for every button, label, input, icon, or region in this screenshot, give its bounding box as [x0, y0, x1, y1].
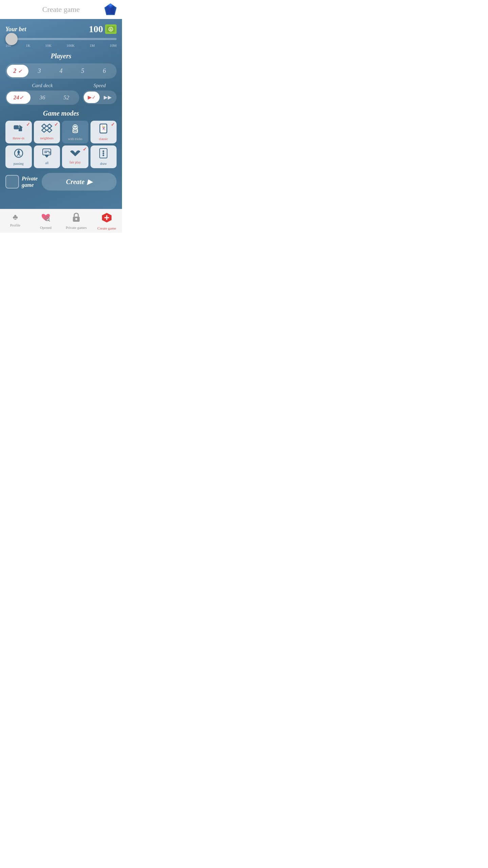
speed-label: Speed	[83, 83, 117, 88]
fair-play-icon	[69, 148, 81, 159]
bet-value: 100	[89, 24, 103, 35]
player-option-5[interactable]: 5	[72, 65, 94, 77]
mode-throw-in-check: ✓	[26, 122, 30, 127]
svg-point-34	[103, 155, 104, 156]
svg-point-20	[74, 128, 74, 129]
draw-icon	[99, 148, 107, 160]
mode-classic-label: classic	[99, 137, 108, 141]
player-option-2[interactable]: 2 ✓	[7, 65, 28, 77]
mode-draw[interactable]: draw	[90, 145, 117, 168]
svg-rect-11	[19, 128, 22, 131]
nav-opened-label: Opened	[40, 225, 52, 230]
slider-labels: 100 1K 10K 100K 1M 10M	[5, 43, 117, 47]
speed-selector: ▶✓ ▶▶	[83, 91, 117, 104]
deck-label: Card deck	[5, 83, 79, 88]
main-content: Your bet 100 $ 100 1K 10K 100K 1M 10M	[0, 19, 122, 209]
mode-neighbors-label: neighbors	[40, 136, 54, 140]
speed-section: Speed ▶✓ ▶▶	[83, 83, 117, 104]
create-button-label: Create	[66, 178, 84, 186]
svg-marker-15	[42, 128, 46, 132]
svg-marker-16	[47, 128, 52, 132]
create-button-icon: ▶	[87, 178, 92, 186]
mode-with-tricks[interactable]: with tricks	[62, 121, 88, 143]
mode-throw-in-label: throw-in	[13, 136, 24, 140]
game-modes-title: Game modes	[5, 110, 117, 117]
bet-value-row: 100 $	[89, 24, 117, 35]
mode-classic[interactable]: ✓ 🃏 classic	[90, 121, 117, 143]
deck-option-24[interactable]: 24✓	[6, 92, 30, 104]
mode-passing-label: passing	[14, 162, 24, 165]
nav-opened[interactable]: Opened	[30, 209, 61, 233]
private-games-icon	[72, 213, 81, 224]
throw-in-icon	[13, 123, 24, 135]
player-option-6[interactable]: 6	[94, 65, 115, 77]
deck-option-52[interactable]: 52	[54, 92, 78, 104]
mode-all[interactable]: all	[34, 145, 60, 168]
game-modes-grid: ✓ throw-in ✓ neighb	[5, 121, 117, 168]
mode-fair-play[interactable]: ✓ fair play	[62, 145, 88, 168]
bet-slider[interactable]: 100 1K 10K 100K 1M 10M	[5, 38, 117, 47]
private-game-section: Private game	[5, 175, 38, 189]
slider-track	[5, 38, 117, 40]
players-selector: 2 ✓ 3 4 5 6	[5, 63, 117, 79]
passing-icon	[14, 148, 24, 160]
mode-classic-check: ✓	[111, 122, 115, 127]
private-game-label: Private game	[22, 175, 38, 188]
create-button[interactable]: Create ▶	[42, 173, 117, 191]
nav-private-games-label: Private games	[66, 225, 87, 230]
nav-profile-label: Profile	[10, 223, 20, 227]
nav-create-game[interactable]: Create game	[92, 209, 122, 233]
bet-label: Your bet	[5, 26, 26, 33]
bottom-nav: ♣ Profile Opened Private games	[0, 209, 122, 233]
player-option-3[interactable]: 3	[28, 65, 50, 77]
nav-private-games[interactable]: Private games	[61, 209, 92, 233]
mode-throw-in[interactable]: ✓ throw-in	[5, 121, 32, 143]
gem-icon	[104, 3, 117, 16]
page-title: Create game	[42, 5, 80, 14]
classic-icon: 🃏	[99, 123, 107, 136]
mode-draw-label: draw	[100, 162, 107, 165]
svg-rect-9	[14, 125, 19, 129]
deck-speed-row: Card deck 24✓ 36 52 Speed ▶✓ ▶▶	[5, 83, 117, 105]
svg-point-39	[75, 218, 77, 220]
deck-section: Card deck 24✓ 36 52	[5, 83, 79, 105]
svg-marker-12	[42, 124, 46, 128]
all-icon	[42, 148, 52, 160]
mode-all-label: all	[45, 161, 48, 165]
svg-point-32	[103, 151, 104, 152]
nav-profile[interactable]: ♣ Profile	[0, 209, 30, 233]
svg-marker-27	[44, 155, 49, 158]
deck-selector: 24✓ 36 52	[5, 91, 79, 105]
player-option-4[interactable]: 4	[50, 65, 72, 77]
mode-neighbors-check: ✓	[54, 122, 58, 127]
svg-point-33	[103, 153, 104, 154]
mode-fair-play-label: fair play	[69, 160, 81, 164]
speed-option-normal[interactable]: ▶✓	[84, 92, 100, 103]
opened-icon	[41, 213, 50, 224]
create-game-icon	[102, 213, 112, 225]
svg-text:$: $	[110, 28, 112, 31]
with-tricks-icon	[70, 123, 80, 136]
private-game-checkbox[interactable]	[5, 175, 19, 189]
mode-fair-play-check: ✓	[83, 146, 87, 152]
slider-thumb[interactable]	[5, 33, 18, 45]
svg-marker-13	[47, 124, 52, 128]
svg-line-37	[48, 220, 50, 221]
mode-neighbors[interactable]: ✓ neighbors	[34, 121, 60, 143]
bet-row: Your bet 100 $	[5, 24, 117, 35]
svg-point-21	[76, 128, 77, 129]
players-section-title: Players	[5, 52, 117, 60]
svg-text:🃏: 🃏	[101, 125, 107, 131]
svg-rect-18	[74, 126, 77, 127]
mode-with-tricks-label: with tricks	[68, 137, 83, 141]
neighbors-icon	[41, 123, 52, 135]
bottom-action-row: Private game Create ▶	[5, 173, 117, 191]
deck-option-36[interactable]: 36	[30, 92, 55, 104]
header: Create game	[0, 0, 122, 19]
nav-create-game-label: Create game	[97, 226, 116, 230]
speed-option-fast[interactable]: ▶▶	[100, 92, 116, 103]
money-icon: $	[105, 24, 117, 34]
mode-passing[interactable]: passing	[5, 145, 32, 168]
svg-point-36	[46, 218, 48, 219]
profile-icon: ♣	[13, 213, 18, 222]
